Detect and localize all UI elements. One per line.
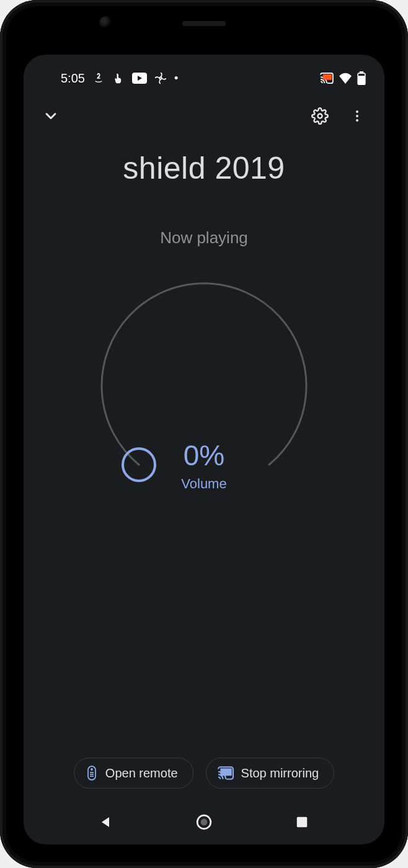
- svg-rect-19: [297, 817, 308, 828]
- status-time: 5:05: [61, 71, 85, 86]
- svg-point-18: [201, 819, 208, 826]
- status-more-dot: •: [174, 72, 178, 85]
- stop-mirroring-button[interactable]: Stop mirroring: [206, 758, 335, 789]
- recent-square-icon: [295, 815, 309, 829]
- svg-point-6: [318, 114, 322, 119]
- svg-point-8: [356, 115, 358, 117]
- remote-icon: [86, 766, 98, 781]
- home-circle-icon: [196, 814, 212, 830]
- main-content: shield 2019 Now playing 0% Volume: [24, 138, 384, 844]
- stop-mirroring-label: Stop mirroring: [241, 766, 319, 781]
- svg-point-9: [356, 119, 358, 122]
- youtube-notification-icon: [132, 73, 147, 84]
- chevron-down-icon: [42, 107, 60, 125]
- playback-status: Now playing: [160, 228, 248, 248]
- touch-notification-icon: [112, 72, 125, 84]
- svg-point-12: [91, 769, 92, 770]
- settings-button[interactable]: [305, 101, 335, 131]
- svg-point-1: [159, 77, 161, 79]
- phone-frame: 5:05 •: [0, 0, 408, 868]
- volume-percent: 0%: [181, 439, 226, 472]
- nav-back-button[interactable]: [91, 807, 122, 838]
- status-bar: 5:05 •: [24, 55, 384, 94]
- open-remote-label: Open remote: [105, 766, 178, 781]
- svg-rect-5: [358, 74, 365, 76]
- nav-home-button[interactable]: [188, 807, 220, 838]
- more-button[interactable]: [342, 101, 372, 131]
- more-vertical-icon: [350, 109, 365, 123]
- collapse-button[interactable]: [36, 101, 66, 131]
- open-remote-button[interactable]: Open remote: [74, 758, 193, 789]
- wifi-icon: [339, 73, 352, 84]
- cast-icon: [218, 766, 234, 780]
- gear-icon: [311, 107, 329, 125]
- screen: 5:05 •: [24, 55, 384, 844]
- battery-icon: [357, 71, 366, 85]
- svg-rect-2: [323, 74, 332, 80]
- camera-hardware: [99, 16, 113, 30]
- speaker-hardware: [182, 21, 226, 26]
- svg-point-7: [356, 110, 358, 113]
- volume-dial[interactable]: 0% Volume: [92, 272, 316, 521]
- cast-active-icon: [320, 73, 334, 84]
- bottom-actions: Open remote Stop mirroring: [24, 758, 384, 789]
- device-name: shield 2019: [123, 150, 285, 186]
- nav-recent-button[interactable]: [286, 807, 317, 838]
- volume-label: Volume: [181, 476, 226, 492]
- nav-bar: [24, 800, 384, 844]
- app-bar: [24, 94, 384, 138]
- back-triangle-icon: [99, 815, 113, 830]
- svg-rect-4: [360, 71, 364, 73]
- amazon-notification-icon: [92, 72, 105, 84]
- fan-notification-icon: [154, 72, 167, 84]
